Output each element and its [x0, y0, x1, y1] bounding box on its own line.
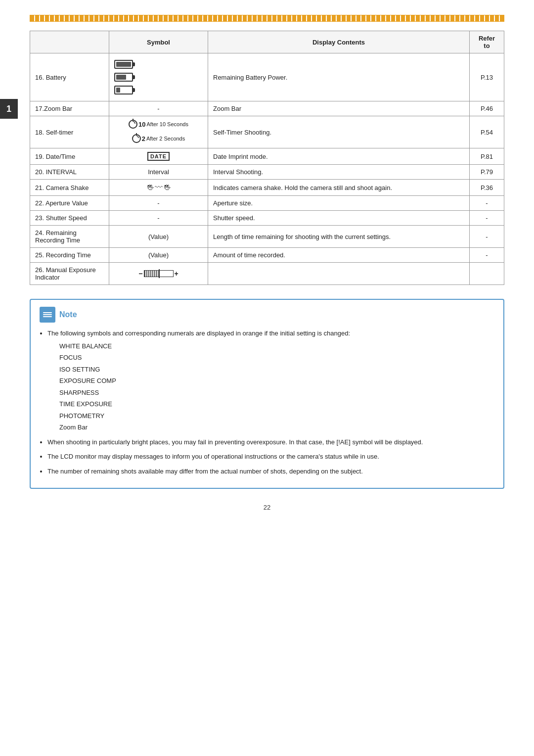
row-contents-remaining-rec: Length of time remaining for shooting wi… [208, 226, 470, 248]
row-label-battery: 16. Battery [30, 53, 109, 101]
note-sub-list: WHITE BALANCE FOCUS ISO SETTING EXPOSURE… [47, 341, 494, 432]
timer-svg-2 [133, 135, 139, 141]
note-sub-item-photometry: PHOTOMETRY [59, 411, 494, 421]
note-title: Note [59, 310, 77, 319]
note-bullet-2: When shooting in particularly bright pla… [47, 437, 494, 447]
note-line-3 [43, 316, 52, 317]
battery-icons [114, 57, 203, 97]
battery-fill-half [116, 75, 126, 80]
timer-num-2: 2 [142, 135, 145, 142]
timer-label-10: After 10 Seconds [147, 121, 188, 127]
note-sub-item-zoom: Zoom Bar [59, 423, 494, 432]
date-box-icon: DATE [147, 152, 170, 161]
row-contents-shutter: Shutter speed. [208, 211, 470, 226]
row-refer-datetime: P.81 [470, 148, 504, 165]
table-row-interval: 20. INTERVAL Interval Interval Shooting.… [30, 165, 504, 180]
timer-10-icon: 10 After 10 Seconds [129, 120, 188, 129]
timer-label-2: After 2 Seconds [146, 136, 185, 142]
row-refer-remaining-rec: - [470, 226, 504, 248]
battery-full-icon [114, 60, 133, 69]
timer-10-wrapper: 10 After 10 Seconds [114, 120, 203, 130]
note-bullet-1: The following symbols and corresponding … [47, 329, 494, 432]
page-number: 22 [30, 504, 504, 511]
note-sub-item-sharpness: SHARPNESS [59, 388, 494, 398]
note-icon-box [40, 307, 55, 323]
row-refer-battery: P.13 [470, 53, 504, 101]
battery-fill-full [116, 62, 131, 67]
note-sub-item-iso: ISO SETTING [59, 365, 494, 375]
note-content: The following symbols and corresponding … [40, 329, 494, 476]
note-icon-lines [43, 312, 52, 317]
battery-half-icon [114, 73, 133, 82]
exp-bar-container [144, 270, 174, 277]
table-row-recording-time: 25. Recording Time (Value) Amount of tim… [30, 248, 504, 263]
row-contents-aperture: Aperture size. [208, 196, 470, 211]
page-wrapper: 1 Symbol Display Contents Refer to 16. B… [0, 0, 534, 541]
battery-fill-low [116, 88, 120, 93]
table-row-zoom: 17.Zoom Bar - Zoom Bar P.46 [30, 101, 504, 116]
exp-notch-marker [159, 269, 160, 278]
timer-2-icon: 2 After 2 Seconds [132, 134, 185, 143]
row-label-shutter: 23. Shutter Speed [30, 211, 109, 226]
note-bullet-3: The LCD monitor may display messages to … [47, 452, 494, 462]
exposure-indicator: − + [138, 270, 178, 278]
row-label-recording-time: 25. Recording Time [30, 248, 109, 263]
row-symbol-self-timer: 10 After 10 Seconds 2 After [109, 116, 208, 148]
table-row-exposure: 26. Manual Exposure Indicator − + [30, 263, 504, 285]
main-table: Symbol Display Contents Refer to 16. Bat… [30, 31, 504, 285]
row-symbol-interval: Interval [109, 165, 208, 180]
shake-icon: 🖐︎ 〰 🖐︎ [147, 183, 171, 192]
chapter-marker: 1 [0, 99, 18, 119]
row-symbol-exposure: − + [109, 263, 208, 285]
row-symbol-shutter: - [109, 211, 208, 226]
table-row-remaining-rec: 24. Remaining Recording Time (Value) Len… [30, 226, 504, 248]
row-refer-exposure [470, 263, 504, 285]
note-sub-item-time-exp: TIME EXPOSURE [59, 399, 494, 409]
col-header-refer: Refer to [470, 31, 504, 53]
row-contents-camera-shake: Indicates camera shake. Hold the camera … [208, 180, 470, 196]
table-row-camera-shake: 21. Camera Shake 🖐︎ 〰 🖐︎ Indicates camer… [30, 180, 504, 196]
row-symbol-zoom: - [109, 101, 208, 116]
table-row-aperture: 22. Aperture Value - Aperture size. - [30, 196, 504, 211]
note-bullet-list: The following symbols and corresponding … [40, 329, 494, 476]
row-symbol-recording-time: (Value) [109, 248, 208, 263]
hand-right-icon: 🖐︎ [164, 184, 171, 191]
col-header-display: Display Contents [208, 31, 470, 53]
row-label-zoom: 17.Zoom Bar [30, 101, 109, 116]
row-contents-interval: Interval Shooting. [208, 165, 470, 180]
row-contents-datetime: Date Imprint mode. [208, 148, 470, 165]
row-contents-battery: Remaining Battery Power. [208, 53, 470, 101]
exp-plus-icon: + [175, 270, 178, 278]
top-decorative-border [30, 15, 504, 22]
row-contents-zoom: Zoom Bar [208, 101, 470, 116]
row-refer-zoom: P.46 [470, 101, 504, 116]
table-row-battery: 16. Battery Remaining Battery [30, 53, 504, 101]
timer-circle-10 [129, 120, 137, 129]
table-row-datetime: 19. Date/Time DATE Date Imprint mode. P.… [30, 148, 504, 165]
col-header-symbol: Symbol [109, 31, 208, 53]
note-header: Note [40, 307, 494, 323]
row-refer-self-timer: P.54 [470, 116, 504, 148]
row-refer-shutter: - [470, 211, 504, 226]
col-header-item [30, 31, 109, 53]
note-line-2 [43, 314, 52, 315]
row-symbol-remaining-rec: (Value) [109, 226, 208, 248]
row-label-self-timer: 18. Self-timer [30, 116, 109, 148]
battery-low-icon [114, 86, 133, 94]
note-bullet-4: The number of remaining shots available … [47, 467, 494, 476]
row-symbol-aperture: - [109, 196, 208, 211]
table-row-self-timer: 18. Self-timer 10 After 10 Seconds [30, 116, 504, 148]
timer-circle-2 [132, 134, 141, 143]
table-row-shutter: 23. Shutter Speed - Shutter speed. - [30, 211, 504, 226]
note-box: Note The following symbols and correspon… [30, 299, 504, 489]
row-contents-exposure [208, 263, 470, 285]
row-label-exposure: 26. Manual Exposure Indicator [30, 263, 109, 285]
row-refer-recording-time: - [470, 248, 504, 263]
row-label-interval: 20. INTERVAL [30, 165, 109, 180]
hand-left-icon: 🖐︎ [147, 184, 154, 191]
note-sub-item-focus: FOCUS [59, 353, 494, 363]
row-label-aperture: 22. Aperture Value [30, 196, 109, 211]
row-symbol-battery [109, 53, 208, 101]
exp-minus-icon: − [138, 270, 142, 278]
row-contents-recording-time: Amount of time recorded. [208, 248, 470, 263]
